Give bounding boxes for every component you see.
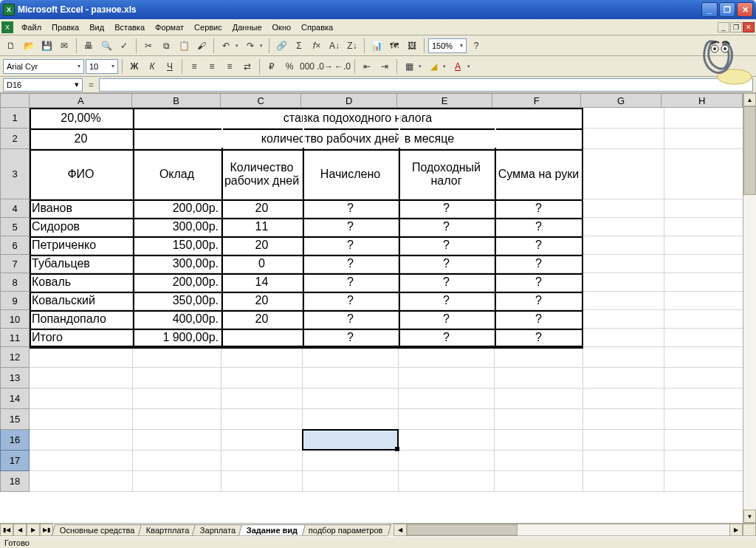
- font-size-combo[interactable]: 10 ▾: [86, 59, 118, 74]
- cell-G13[interactable]: [583, 368, 664, 388]
- cell-merged-r1[interactable]: ставка подоходного налога: [133, 108, 583, 129]
- fill-dropdown[interactable]: ▾: [441, 64, 448, 69]
- cell-C8[interactable]: 14: [221, 273, 303, 292]
- horizontal-scrollbar[interactable]: ◀ ▶: [394, 524, 743, 536]
- preview-icon[interactable]: 🔍: [98, 38, 114, 54]
- redo-icon[interactable]: ↷: [242, 38, 258, 54]
- cell-C12[interactable]: [221, 347, 303, 368]
- inc-decimal-icon[interactable]: .0→: [317, 58, 333, 75]
- cell-G1[interactable]: [583, 108, 664, 129]
- cell-G17[interactable]: [583, 451, 664, 471]
- borders-dropdown[interactable]: ▾: [416, 64, 424, 69]
- sheet-tab-подбор-параметров[interactable]: подбор параметров: [300, 524, 391, 535]
- cell-B18[interactable]: [133, 471, 221, 492]
- cell-C11[interactable]: [221, 329, 303, 347]
- italic-icon[interactable]: К: [144, 58, 160, 75]
- undo-dropdown[interactable]: ▾: [233, 43, 241, 49]
- row-head-2[interactable]: 2: [0, 129, 30, 149]
- cell-F11[interactable]: ?: [495, 329, 583, 347]
- cell-D7[interactable]: ?: [303, 255, 399, 273]
- cell-H4[interactable]: [664, 199, 746, 218]
- cell-G9[interactable]: [583, 292, 664, 310]
- cell-H3[interactable]: [664, 149, 746, 199]
- scroll-right-icon[interactable]: ▶: [729, 524, 743, 536]
- sheet-tab-Зарплата[interactable]: Зарплата: [192, 524, 244, 535]
- cell-B4[interactable]: 200,00р.: [133, 199, 221, 218]
- row-head-11[interactable]: 11: [0, 329, 30, 347]
- cell-F6[interactable]: ?: [495, 236, 583, 255]
- drawing-icon[interactable]: 🖼: [404, 38, 420, 54]
- dec-decimal-icon[interactable]: ←.0: [334, 58, 351, 75]
- col-head-G[interactable]: G: [581, 93, 662, 108]
- cell-C13[interactable]: [221, 368, 303, 388]
- cell-A16[interactable]: [30, 430, 133, 451]
- underline-icon[interactable]: Ч: [162, 58, 178, 75]
- cell-F13[interactable]: [495, 368, 583, 388]
- col-head-H[interactable]: H: [662, 93, 743, 108]
- fill-color-icon[interactable]: ◢: [425, 58, 441, 75]
- cell-B3[interactable]: Оклад: [133, 149, 221, 199]
- cell-C18[interactable]: [221, 471, 303, 492]
- col-head-E[interactable]: E: [397, 93, 492, 108]
- row-head-17[interactable]: 17: [0, 451, 30, 471]
- sort-desc-icon[interactable]: Z↓: [344, 38, 360, 54]
- row-head-7[interactable]: 7: [0, 255, 30, 273]
- cell-E3[interactable]: Подоходный налог: [399, 149, 495, 199]
- row-head-6[interactable]: 6: [0, 236, 30, 255]
- cell-E14[interactable]: [399, 388, 495, 409]
- percent-icon[interactable]: %: [281, 58, 298, 75]
- cell-G7[interactable]: [583, 255, 664, 273]
- cell-G14[interactable]: [583, 388, 664, 409]
- cell-G18[interactable]: [583, 471, 664, 492]
- cell-C17[interactable]: [221, 451, 303, 471]
- vscroll-thumb[interactable]: [743, 106, 756, 195]
- col-head-D[interactable]: D: [301, 93, 396, 108]
- cell-E17[interactable]: [399, 451, 495, 471]
- vertical-scrollbar[interactable]: ▲ ▼: [743, 93, 756, 523]
- chart-icon[interactable]: 📊: [368, 38, 385, 54]
- cell-H6[interactable]: [664, 236, 746, 255]
- doc-close-button[interactable]: ✕: [743, 22, 755, 32]
- select-all-corner[interactable]: [0, 93, 30, 108]
- map-icon[interactable]: 🗺: [386, 38, 402, 54]
- row-head-9[interactable]: 9: [0, 292, 30, 310]
- thousands-icon[interactable]: 000: [299, 58, 315, 75]
- mail-icon[interactable]: ✉: [56, 38, 72, 54]
- cell-E7[interactable]: ?: [399, 255, 495, 273]
- align-left-icon[interactable]: ≡: [186, 58, 202, 75]
- cell-H8[interactable]: [664, 273, 746, 292]
- cell-B11[interactable]: 1 900,00р.: [133, 329, 221, 347]
- cell-G8[interactable]: [583, 273, 664, 292]
- menu-view[interactable]: Вид: [84, 21, 109, 33]
- cell-E8[interactable]: ?: [399, 273, 495, 292]
- cell-A13[interactable]: [30, 368, 133, 388]
- cell-C3[interactable]: Количество рабочих дней: [221, 149, 303, 199]
- new-icon[interactable]: 🗋: [3, 38, 19, 54]
- menu-help[interactable]: Справка: [296, 21, 338, 33]
- undo-icon[interactable]: ↶: [218, 38, 234, 54]
- maximize-button[interactable]: ❐: [719, 2, 735, 17]
- cell-B8[interactable]: 200,00р.: [133, 273, 221, 292]
- help-icon[interactable]: ?: [468, 38, 484, 54]
- cell-A12[interactable]: [30, 347, 133, 368]
- cell-F4[interactable]: ?: [495, 199, 583, 218]
- cell-F18[interactable]: [495, 471, 583, 492]
- cut-icon[interactable]: ✂: [140, 38, 157, 54]
- cell-G16[interactable]: [583, 430, 664, 451]
- cell-C15[interactable]: [221, 409, 303, 430]
- cell-A6[interactable]: Петриченко: [30, 236, 133, 255]
- cell-F7[interactable]: ?: [495, 255, 583, 273]
- scroll-down-icon[interactable]: ▼: [743, 510, 756, 523]
- cell-H14[interactable]: [664, 388, 746, 409]
- cell-A14[interactable]: [30, 388, 133, 409]
- row-head-13[interactable]: 13: [0, 368, 30, 388]
- merge-icon[interactable]: ⇄: [239, 58, 255, 75]
- cell-H10[interactable]: [664, 310, 746, 329]
- copy-icon[interactable]: ⧉: [158, 38, 174, 54]
- cell-A5[interactable]: Сидоров: [30, 218, 133, 236]
- cell-H11[interactable]: [664, 329, 746, 347]
- cell-G2[interactable]: [583, 129, 664, 149]
- cell-A8[interactable]: Коваль: [30, 273, 133, 292]
- cell-F15[interactable]: [495, 409, 583, 430]
- cell-D13[interactable]: [303, 368, 399, 388]
